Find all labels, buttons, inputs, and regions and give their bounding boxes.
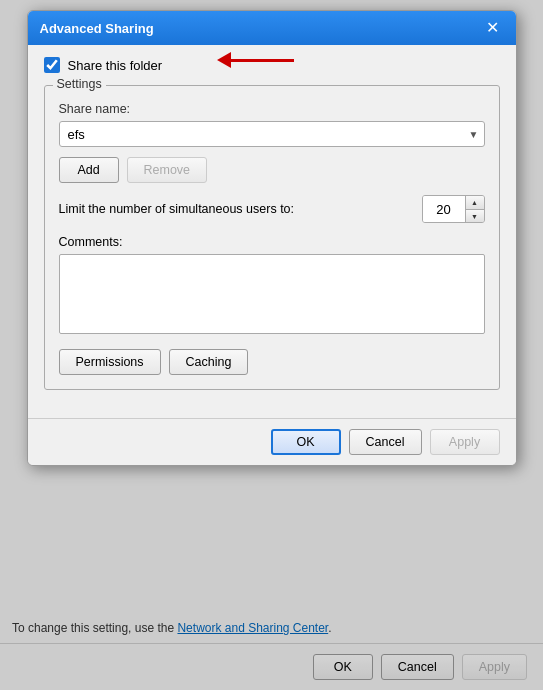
limit-users-row: Limit the number of simultaneous users t… bbox=[59, 195, 485, 223]
comments-textarea[interactable] bbox=[59, 254, 485, 334]
add-remove-row: Add Remove bbox=[59, 157, 485, 183]
caching-button[interactable]: Caching bbox=[169, 349, 249, 375]
share-name-select[interactable]: efs bbox=[59, 121, 485, 147]
share-folder-checkbox[interactable] bbox=[44, 57, 60, 73]
share-name-field-label: Share name: bbox=[59, 102, 485, 116]
spinner-buttons: ▲ ▼ bbox=[465, 196, 484, 222]
settings-group-label: Settings bbox=[53, 77, 106, 91]
share-folder-row: Share this folder bbox=[44, 57, 500, 73]
ok-button[interactable]: OK bbox=[271, 429, 341, 455]
user-limit-input[interactable] bbox=[423, 196, 465, 222]
dialog-overlay: Advanced Sharing ✕ Share this folder bbox=[0, 0, 543, 690]
cancel-button[interactable]: Cancel bbox=[349, 429, 422, 455]
comments-label: Comments: bbox=[59, 235, 485, 249]
dialog-title: Advanced Sharing bbox=[40, 21, 154, 36]
user-limit-spinner: ▲ ▼ bbox=[422, 195, 485, 223]
close-button[interactable]: ✕ bbox=[482, 17, 504, 39]
settings-group: Settings Share name: efs ▼ Add Remove bbox=[44, 85, 500, 390]
add-button[interactable]: Add bbox=[59, 157, 119, 183]
share-name-wrapper: efs ▼ bbox=[59, 121, 485, 147]
advanced-sharing-dialog: Advanced Sharing ✕ Share this folder bbox=[27, 10, 517, 466]
share-folder-label: Share this folder bbox=[68, 58, 163, 73]
remove-button[interactable]: Remove bbox=[127, 157, 208, 183]
spinner-down-button[interactable]: ▼ bbox=[466, 209, 484, 222]
action-buttons-row: Permissions Caching bbox=[59, 349, 485, 375]
spinner-up-button[interactable]: ▲ bbox=[466, 196, 484, 209]
apply-button[interactable]: Apply bbox=[430, 429, 500, 455]
dialog-content: Share this folder Settings Share name: bbox=[28, 45, 516, 418]
red-arrow bbox=[229, 59, 294, 62]
limit-users-label: Limit the number of simultaneous users t… bbox=[59, 202, 414, 216]
title-bar: Advanced Sharing ✕ bbox=[28, 11, 516, 45]
dialog-footer: OK Cancel Apply bbox=[28, 418, 516, 465]
permissions-button[interactable]: Permissions bbox=[59, 349, 161, 375]
